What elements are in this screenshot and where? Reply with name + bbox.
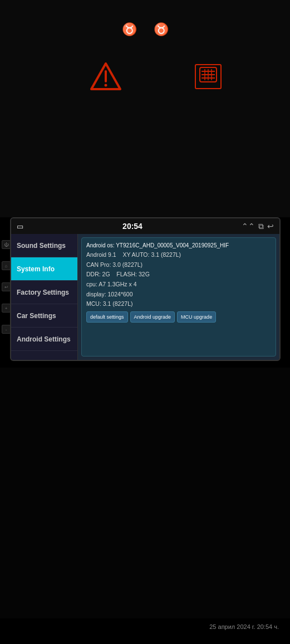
rear-defrost-icon[interactable]: [195, 64, 222, 89]
sidebar-item-factory-settings[interactable]: Factory Settings: [11, 281, 77, 304]
defrost-svg: [199, 67, 217, 82]
status-bar: ▭ 20:54 ⌃⌃ ⧉ ↩: [11, 218, 279, 234]
sidebar-item-sound-settings[interactable]: Sound Settings: [11, 234, 77, 257]
mcu-upgrade-button[interactable]: MCU upgrade: [177, 311, 216, 323]
svg-point-2: [105, 84, 107, 87]
timestamp: 25 април 2024 г. 20:54 ч.: [209, 623, 279, 630]
bottom-dashboard-area: 2 3 4 AC ↺ ↑↑↑: [0, 368, 290, 618]
settings-sidebar: Sound Settings System Info Factory Setti…: [11, 234, 78, 360]
hazard-triangle-svg: [89, 61, 122, 92]
sidebar-item-car-settings[interactable]: Car Settings: [11, 304, 77, 328]
can-pro-row: CAN Pro: 3.0 (8227L): [86, 261, 271, 269]
default-settings-button[interactable]: default settings: [86, 311, 128, 323]
status-bar-time: 20:54: [122, 222, 142, 231]
display-row: display: 1024*600: [86, 290, 271, 299]
head-unit-screen: ▭ 20:54 ⌃⌃ ⧉ ↩ Sound Settings System Inf…: [10, 217, 281, 361]
android-upgrade-button[interactable]: Android upgrade: [130, 311, 175, 323]
window-icon[interactable]: ⧉: [258, 222, 264, 231]
mcu-row: MCU: 3.1 (8227L): [86, 300, 271, 308]
top-dashboard-area: ♉ ♉: [0, 0, 290, 217]
system-info-box: Android os: YT9216C_AHD_00005_V004_20190…: [81, 237, 276, 357]
android-version-row: Android 9.1 XY AUTO: 3.1 (8227L): [86, 251, 271, 259]
system-info-content: Android os: YT9216C_AHD_00005_V004_20190…: [78, 234, 279, 360]
seat-heater-icons: ♉ ♉: [0, 22, 290, 37]
nav-up-icon[interactable]: ⌃⌃: [242, 222, 255, 231]
window-minimize-icon: ▭: [17, 222, 23, 231]
back-icon[interactable]: ↩: [267, 222, 274, 231]
sidebar-item-gps-detection[interactable]: GPS Detection: [11, 351, 77, 361]
cpu-row: cpu: A7 1.3GHz x 4: [86, 280, 271, 289]
status-bar-left: ▭: [17, 222, 23, 231]
power-button[interactable]: ⏻: [2, 240, 11, 249]
back-side-button[interactable]: ↩: [2, 282, 11, 291]
sidebar-item-system-info[interactable]: System Info: [11, 257, 77, 281]
hazard-warning-icon[interactable]: [89, 61, 122, 94]
volume-up-button[interactable]: +: [2, 304, 11, 313]
sidebar-item-android-settings[interactable]: Android Settings: [11, 328, 77, 351]
volume-down-button[interactable]: -: [2, 325, 11, 334]
seat-heater-left-icon: ♉: [122, 22, 137, 37]
ddr-flash-row: DDR: 2G FLASH: 32G: [86, 270, 271, 279]
home-button[interactable]: ⌂: [2, 261, 11, 270]
screen-content: Sound Settings System Info Factory Setti…: [11, 234, 279, 360]
status-bar-right: ⌃⌃ ⧉ ↩: [242, 222, 274, 231]
seat-heater-right-icon: ♉: [154, 22, 169, 37]
action-buttons: default settings Android upgrade MCU upg…: [86, 311, 271, 323]
left-side-buttons: ⏻ ⌂ ↩ + -: [0, 231, 12, 343]
android-os-title: Android os: YT9216C_AHD_00005_V004_20190…: [86, 242, 271, 248]
